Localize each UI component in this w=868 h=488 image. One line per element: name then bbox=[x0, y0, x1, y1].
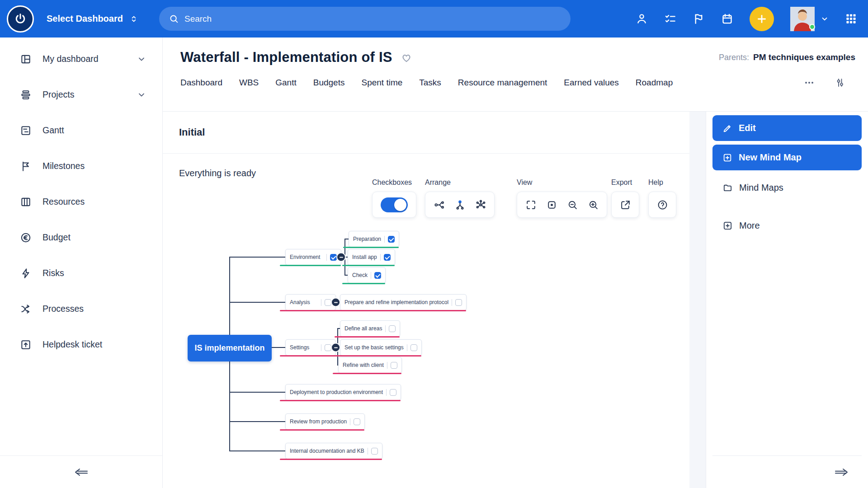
node-checkbox[interactable] bbox=[330, 254, 337, 261]
node-checkbox[interactable] bbox=[390, 389, 396, 396]
more-item[interactable]: More bbox=[712, 213, 862, 238]
edit-button[interactable]: Edit bbox=[712, 115, 862, 141]
node-separator bbox=[407, 344, 407, 351]
node-checkbox[interactable] bbox=[455, 299, 462, 306]
folder-icon bbox=[722, 183, 733, 193]
mindmap-node-preparation[interactable]: Preparation bbox=[349, 231, 399, 247]
workspace-gutter bbox=[689, 112, 706, 488]
tab-settings-tune-icon[interactable] bbox=[835, 77, 845, 88]
tab-resource-management[interactable]: Resource management bbox=[458, 78, 547, 88]
fullscreen-icon[interactable] bbox=[522, 197, 539, 213]
tab-wbs[interactable]: WBS bbox=[239, 78, 259, 88]
apps-grid-icon[interactable] bbox=[845, 13, 857, 25]
node-separator bbox=[387, 362, 387, 369]
center-view-icon[interactable] bbox=[543, 197, 560, 213]
sidebar-item-milestones[interactable]: Milestones bbox=[0, 148, 162, 184]
node-checkbox[interactable] bbox=[388, 236, 395, 243]
profile-icon[interactable] bbox=[636, 13, 648, 25]
app-logo[interactable] bbox=[7, 5, 34, 33]
mindmap-node-analysis[interactable]: Analysis bbox=[285, 294, 336, 310]
tab-earned-values[interactable]: Earned values bbox=[564, 78, 618, 88]
zoom-out-icon[interactable] bbox=[564, 197, 581, 213]
section-title: Initial bbox=[179, 127, 205, 138]
flag-icon[interactable] bbox=[693, 13, 705, 25]
mindmap-node-check[interactable]: Check bbox=[348, 267, 386, 283]
mindmap-node-refine-with-client[interactable]: Refine with client bbox=[338, 357, 402, 373]
add-button[interactable] bbox=[750, 7, 774, 31]
mindmap-node-basic-settings[interactable]: Set up the basic settings bbox=[340, 339, 422, 356]
sidebar-item-risks[interactable]: Risks bbox=[0, 255, 162, 291]
sidebar-item-budget[interactable]: Budget bbox=[0, 220, 162, 255]
sidebar-item-gantt[interactable]: Gantt bbox=[0, 113, 162, 148]
logo-power-icon bbox=[14, 12, 27, 26]
node-checkbox[interactable] bbox=[391, 362, 397, 369]
status-text: Everything is ready bbox=[179, 168, 256, 178]
collapse-toggle-icon[interactable] bbox=[332, 299, 340, 306]
collapse-toggle-icon[interactable] bbox=[337, 253, 345, 261]
favorite-heart-icon[interactable] bbox=[401, 52, 412, 63]
expand-panel-icon[interactable] bbox=[834, 467, 849, 478]
tasks-checklist-icon[interactable] bbox=[664, 13, 676, 25]
node-checkbox[interactable] bbox=[410, 344, 417, 351]
parents-link[interactable]: PM techniques examples bbox=[753, 52, 855, 62]
collapse-toggle-icon[interactable] bbox=[332, 344, 340, 352]
node-checkbox[interactable] bbox=[325, 299, 331, 306]
mind-maps-item[interactable]: Mind Maps bbox=[712, 175, 862, 200]
mindmap-node-deployment[interactable]: Deployment to production environment bbox=[285, 384, 401, 400]
search-placeholder: Search bbox=[184, 14, 212, 24]
node-checkbox[interactable] bbox=[384, 254, 391, 261]
more-tabs-icon[interactable] bbox=[804, 77, 815, 88]
help-icon[interactable] bbox=[654, 197, 671, 213]
mindmap-node-review[interactable]: Review from production bbox=[285, 413, 365, 430]
mindmap-node-settings[interactable]: Settings bbox=[285, 339, 336, 356]
tab-gantt[interactable]: Gantt bbox=[275, 78, 296, 88]
project-tabs: Dashboard WBS Gantt Budgets Spent time T… bbox=[180, 77, 855, 88]
mindmap-node-internal-docs[interactable]: Internal documentation and KB bbox=[285, 443, 382, 459]
sidebar-footer bbox=[0, 455, 162, 488]
sidebar-item-helpdesk[interactable]: Helpdesk ticket bbox=[0, 327, 162, 362]
toolbar-group-arrange: Arrange bbox=[425, 178, 495, 218]
tab-spent-time[interactable]: Spent time bbox=[361, 78, 402, 88]
arrange-horizontal-icon[interactable] bbox=[430, 197, 448, 213]
node-checkbox[interactable] bbox=[374, 272, 381, 279]
search-input[interactable]: Search bbox=[159, 7, 571, 31]
node-label: Environment bbox=[290, 254, 320, 260]
arrange-vertical-icon[interactable] bbox=[451, 197, 468, 213]
app-window: Select Dashboard Search bbox=[0, 0, 868, 488]
dashboard-selector[interactable]: Select Dashboard bbox=[47, 14, 138, 24]
mindmap-node-define-all-areas[interactable]: Define all areas bbox=[340, 320, 400, 337]
sidebar-item-projects[interactable]: Projects bbox=[0, 77, 162, 113]
tab-roadmap[interactable]: Roadmap bbox=[636, 78, 673, 88]
new-mind-map-label: New Mind Map bbox=[739, 152, 802, 163]
sidebar-item-my-dashboard[interactable]: My dashboard bbox=[0, 41, 162, 77]
help-label: Help bbox=[648, 178, 676, 187]
node-separator bbox=[385, 325, 386, 332]
sidebar-item-processes[interactable]: Processes bbox=[0, 291, 162, 327]
calendar-icon[interactable] bbox=[721, 13, 733, 25]
toolbar-group-checkboxes: Checkboxes bbox=[372, 178, 416, 218]
node-label: Settings bbox=[290, 344, 309, 351]
node-checkbox[interactable] bbox=[389, 325, 396, 332]
mindmap-node-install-app[interactable]: Install app bbox=[348, 249, 395, 265]
checkboxes-toggle[interactable] bbox=[381, 197, 408, 212]
user-menu[interactable] bbox=[790, 7, 829, 31]
zoom-in-icon[interactable] bbox=[585, 197, 602, 213]
node-checkbox[interactable] bbox=[371, 448, 378, 455]
tab-budgets[interactable]: Budgets bbox=[313, 78, 345, 88]
tab-dashboard[interactable]: Dashboard bbox=[180, 78, 222, 88]
export-icon[interactable] bbox=[617, 197, 634, 213]
mindmap-node-environment[interactable]: Environment bbox=[285, 249, 341, 265]
node-checkbox[interactable] bbox=[354, 418, 360, 425]
toolbar-group-view: View bbox=[517, 178, 607, 218]
node-checkbox[interactable] bbox=[325, 344, 331, 351]
dashboard-selector-label: Select Dashboard bbox=[47, 14, 123, 24]
sidebar-item-resources[interactable]: Resources bbox=[0, 184, 162, 220]
arrange-radial-icon[interactable] bbox=[472, 197, 489, 213]
chevron-down-icon[interactable] bbox=[137, 90, 146, 99]
chevron-down-icon[interactable] bbox=[137, 55, 146, 64]
tab-tasks[interactable]: Tasks bbox=[419, 78, 441, 88]
new-mind-map-button[interactable]: New Mind Map bbox=[712, 145, 862, 170]
mindmap-root-node[interactable]: IS implementation bbox=[188, 335, 272, 361]
mindmap-node-protocol[interactable]: Prepare and refine implementation protoc… bbox=[340, 294, 467, 310]
collapse-sidebar-icon[interactable] bbox=[74, 467, 89, 478]
